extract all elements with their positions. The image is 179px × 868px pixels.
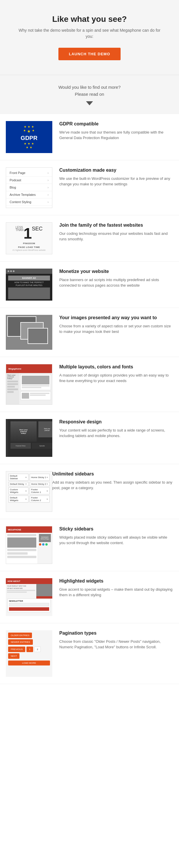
sticky-text: Sticky sidebars Widgets placed inside st… [59, 526, 173, 546]
customization-title: Customization made easy [59, 167, 173, 174]
feature-fastest: LESS THAN 1 SEC PINGDOM PAGE LOAD TIME #… [0, 215, 179, 261]
monetize-title: Monetize your website [59, 269, 173, 275]
pagination-description: Choose from classic "Older Posts / Newer… [59, 639, 173, 650]
pagination-image: OLDER ENTRIES NEWER ENTRIES PREVIOUS 1 2… [6, 630, 52, 677]
menu-item-archive: Archive Templates › [6, 191, 52, 198]
customization-image: Front Page › Podcast › Blog › Archive Te… [6, 167, 52, 208]
widgets-description: Give accent to special widgets – make th… [59, 587, 173, 598]
feature-customization: Front Page › Podcast › Blog › Archive Te… [0, 160, 179, 215]
customization-description: We use the built-in WordPress customizer… [59, 176, 173, 187]
sidebars-description: Add as many sidebars as you need. Then a… [52, 479, 173, 491]
feature-layouts: Megaphone Start yourpodcasttoday! [0, 357, 179, 412]
menu-item-podcast: Podcast › [6, 177, 52, 184]
feature-sidebars: Default Sidebar ▼ Home Sticky 1 ▼ Defaul… [0, 464, 179, 519]
widgets-image: HOW ABOUT YOUR PERFECT SPOT FOR UR NEXT … [6, 578, 52, 616]
feature-monetize: BANNER AD HOW TO MAKE THE PERFECT PLAYLI… [0, 261, 179, 308]
responsive-title: Responsive design [59, 419, 173, 425]
hero-title: Like what you see? [17, 14, 162, 24]
monetize-text: Monetize your website Place banners or a… [59, 269, 173, 288]
customization-text: Customization made easy We use the built… [59, 167, 173, 187]
layouts-title: Multiple layouts, colors and fonts [59, 364, 173, 370]
images-text: Your images presented any way you want t… [59, 315, 173, 335]
layouts-image: Megaphone Start yourpodcasttoday! [6, 364, 52, 405]
gdpr-title: GDPR compatible [59, 121, 173, 127]
gdpr-image: ★★★ ★★★ GDPR ★★★ ★★ [6, 121, 52, 153]
menu-item-content: Content Styling › [6, 198, 52, 206]
sticky-title: Sticky sidebars [59, 526, 173, 532]
feature-images: Your images presented any way you want t… [0, 308, 179, 357]
feature-sticky: MEGAPHONE BANNER300x250px Sticky sidebar… [0, 519, 179, 571]
feature-pagination: OLDER ENTRIES NEWER ENTRIES PREVIOUS 1 2… [0, 623, 179, 684]
read-on-line1: Would you like to find out more? Please … [17, 84, 162, 98]
hero-description: Why not take the demo website for a spin… [17, 27, 162, 39]
menu-item-frontpage: Front Page › [6, 169, 52, 177]
pagination-title: Pagination types [59, 630, 173, 637]
hero-section: Like what you see? Why not take the demo… [0, 0, 179, 75]
read-on-section: Would you like to find out more? Please … [0, 75, 179, 114]
widgets-text: Highlighted widgets Give accent to speci… [59, 578, 173, 598]
feature-widgets: HOW ABOUT YOUR PERFECT SPOT FOR UR NEXT … [0, 571, 179, 623]
images-title: Your images presented any way you want t… [59, 315, 173, 321]
responsive-description: Your content will scale perfectly to sui… [59, 428, 173, 439]
layouts-description: A massive set of design options provides… [59, 372, 173, 384]
layouts-text: Multiple layouts, colors and fonts A mas… [59, 364, 173, 384]
feature-gdpr: ★★★ ★★★ GDPR ★★★ ★★ GDPR compatible We'v… [0, 114, 179, 160]
images-feature-image [6, 315, 52, 350]
menu-item-blog: Blog › [6, 184, 52, 191]
gdpr-text: GDPR compatible We've made sure that our… [59, 121, 173, 141]
fastest-description: Our coding technology ensures that your … [59, 231, 173, 242]
launch-demo-button[interactable]: LAUNCH THE DEMO [59, 48, 120, 60]
fastest-text: Join the family of the fastest websites … [59, 222, 173, 242]
sidebars-title: Unlimited sidebars [52, 471, 173, 477]
sidebars-text: Unlimited sidebars Add as many sidebars … [52, 471, 173, 491]
sticky-description: Widgets placed inside sticky sidebars wi… [59, 534, 173, 546]
monetize-description: Place banners or ad scripts into multipl… [59, 277, 173, 288]
pingdom-image: LESS THAN 1 SEC PINGDOM PAGE LOAD TIME #… [6, 222, 52, 254]
responsive-image: Start yourpodcasttoday! Start yourpodcas… [6, 419, 52, 457]
menu-item-sidebar: Sidebar & Widgets › [6, 206, 52, 208]
pagination-text: Pagination types Choose from classic "Ol… [59, 630, 173, 650]
sticky-image: MEGAPHONE BANNER300x250px [6, 526, 52, 564]
images-description: Choose from a variety of aspect ratios o… [59, 323, 173, 335]
arrow-down-icon [86, 101, 93, 105]
widgets-title: Highlighted widgets [59, 578, 173, 584]
responsive-text: Responsive design Your content will scal… [59, 419, 173, 439]
fastest-title: Join the family of the fastest websites [59, 222, 173, 228]
gdpr-description: We've made sure that our themes are full… [59, 129, 173, 141]
feature-responsive: Start yourpodcasttoday! Start yourpodcas… [0, 412, 179, 464]
sidebars-image: Default Sidebar ▼ Home Sticky 1 ▼ Defaul… [6, 471, 52, 512]
banner-image: BANNER AD HOW TO MAKE THE PERFECT PLAYLI… [6, 269, 52, 301]
